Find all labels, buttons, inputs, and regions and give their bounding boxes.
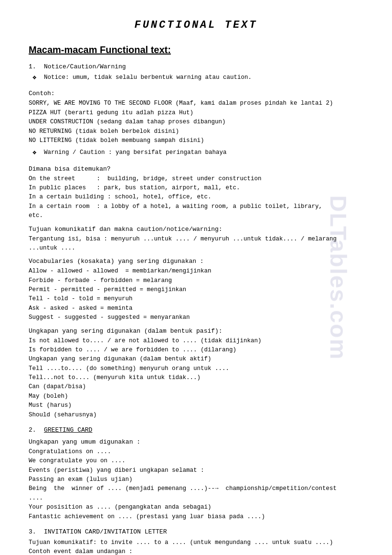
label-2-0: Ungkapan yang umum digunakan : xyxy=(29,438,363,446)
mono-block-1-5: On the street : building, bridge, street… xyxy=(29,174,363,221)
mono-block-1-7: Tergantung isi, bisa : menyuruh ...untuk… xyxy=(29,235,363,253)
mono-block-1-2: SORRY, WE ARE MOVING TO THE SECOND FLOOR… xyxy=(29,99,363,145)
bullet-symbol: ❖ xyxy=(32,73,44,81)
mono-block-1-11: Is not allowed to.... / are not allowed … xyxy=(29,337,363,420)
main-heading: Macam-macam Functional text: xyxy=(29,44,363,55)
label-1-4: Dimana bisa ditemukan? xyxy=(29,165,363,173)
section-heading-1: 1.Notice/Caution/Warning xyxy=(29,63,363,70)
section-title-1: Notice/Caution/Warning xyxy=(44,63,126,70)
sections-container: 1.Notice/Caution/Warning❖Notice: umum, t… xyxy=(29,63,363,555)
page-title: FUNCTIONAL TEXT xyxy=(29,19,363,31)
section-number-3: 3. xyxy=(29,528,44,535)
section-number-2: 2. xyxy=(29,426,44,434)
section-heading-3: 3.INVITATION CARD/INVITATION LETTER xyxy=(29,528,363,535)
bullet-item-1-3: ❖Warning / Caution : yang bersifat perin… xyxy=(29,148,363,160)
bullet-text: Notice: umum, tidak selalu berbentuk war… xyxy=(44,73,363,82)
mono-block-1-9: Allow - allowed - allowed = membiarkan/m… xyxy=(29,267,363,322)
bullet-symbol: ❖ xyxy=(32,148,44,156)
mono-block-2-1: Congratulations on .... We congratulate … xyxy=(29,447,363,522)
section-number-1: 1. xyxy=(29,63,44,70)
bullet-text: Warning / Caution : yang bersifat pering… xyxy=(44,148,363,157)
section-heading-2: 2.GREETING CARD xyxy=(29,426,363,434)
bullet-item-1-0: ❖Notice: umum, tidak selalu berbentuk wa… xyxy=(29,73,363,85)
mono-block-3-0: Tujuan komunikatif: to invite .... to a … xyxy=(29,538,363,555)
label-1-6: Tujuan komunikatif dan makna caution/not… xyxy=(29,226,363,233)
section-title-2: GREETING CARD xyxy=(44,426,92,434)
label-1-10: Ungkapan yang sering digunakan (dalam be… xyxy=(29,327,363,335)
label-1-8: Vocabularies (kosakata) yang sering digu… xyxy=(29,258,363,265)
section-title-3: INVITATION CARD/INVITATION LETTER xyxy=(44,528,167,535)
label-1-1: Contoh: xyxy=(29,90,363,97)
